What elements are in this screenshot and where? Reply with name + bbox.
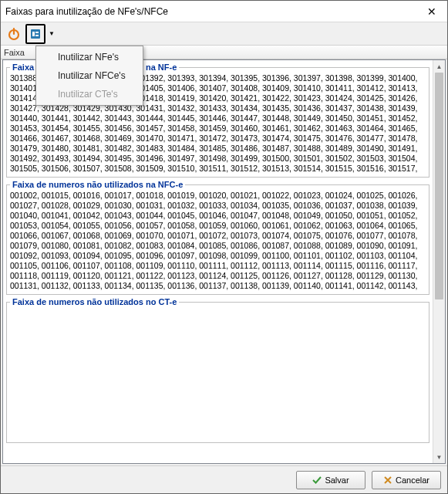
doc-icon [29,27,42,41]
col-faixa[interactable]: Faixa [4,48,25,57]
save-label: Salvar [325,475,349,485]
legend-cte: Faixa de numeros não utilizados no CT-e [10,297,179,306]
legend-nfce: Faixa de numeros não utilizados na NFC-e [10,180,185,189]
svg-rect-5 [35,35,39,36]
vertical-scrollbar[interactable]: ▲ ▼ [433,60,445,463]
power-button[interactable] [4,24,24,44]
section-nfce: Faixa de numeros não utilizados na NFC-e… [6,180,429,295]
menu-inutilizar-cte: Inutilizar CTe's [38,85,141,103]
save-button[interactable]: Salvar [296,471,365,489]
toolbar: ▼ [1,22,447,46]
close-button[interactable]: ✕ [416,1,447,22]
section-cte: Faixa de numeros não utilizados no CT-e [6,297,429,443]
window-title: Faixas para inutilização de NFe's/NFCe [5,6,416,17]
menu-inutilizar-nfe[interactable]: Inutilizar NFe's [38,48,141,66]
cancel-button[interactable]: Cancelar [372,471,441,489]
inutilizar-dropdown-button[interactable] [25,24,45,44]
menu-inutilizar-nfce[interactable]: Inutilizar NFCe's [38,66,141,85]
content-area: Faixa de numeros não utilizados na NF-e … [2,59,446,464]
inutilizar-menu: Inutilizar NFe's Inutilizar NFCe's Inuti… [35,46,143,106]
svg-rect-4 [35,32,39,33]
scroll-thumb[interactable] [435,73,443,299]
numbers-cte [10,308,426,439]
numbers-nfce: 001002, 001015, 001016, 001017, 001018, … [10,191,426,291]
titlebar: Faixas para inutilização de NFe's/NFCe ✕ [1,1,447,22]
footer: Salvar Cancelar [1,465,447,493]
svg-rect-3 [32,32,35,36]
check-icon [312,475,322,485]
main-window: Faixas para inutilização de NFe's/NFCe ✕… [0,0,448,494]
cancel-icon [383,475,392,485]
power-icon [7,27,21,41]
scroll-down-icon[interactable]: ▼ [433,451,445,463]
scroll-up-icon[interactable]: ▲ [433,60,445,73]
svg-rect-2 [31,29,40,39]
chevron-down-icon[interactable]: ▼ [47,30,56,37]
cancel-label: Cancelar [396,475,429,485]
